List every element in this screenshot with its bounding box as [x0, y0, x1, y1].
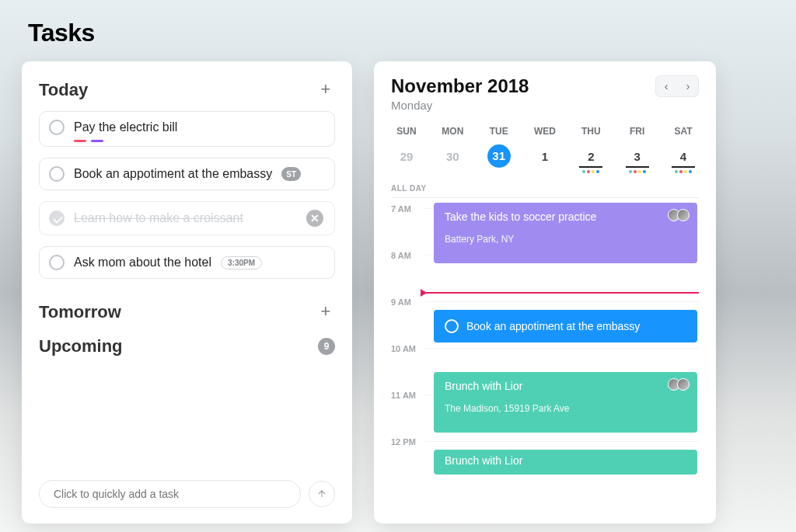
hour-label: 7 AM — [391, 203, 425, 214]
date-cell[interactable]: 29 — [391, 144, 422, 173]
dow-label: SAT — [668, 126, 699, 137]
hour-label: 11 AM — [391, 389, 425, 400]
section-upcoming-header[interactable]: Upcoming 9 — [39, 336, 335, 356]
task-badge: ST — [281, 167, 301, 181]
event-avatars — [671, 209, 690, 221]
task-item[interactable]: Ask mom about the hotel 3:30PM — [39, 246, 335, 279]
date-row: 29 30 31 1 2 3 4 — [391, 144, 699, 173]
dow-row: SUN MON TUE WED THU FRI SAT — [391, 126, 699, 137]
task-text: Learn how to make a croissant — [74, 211, 243, 225]
event-title: Take the kids to soccer practice — [445, 210, 686, 223]
all-day-label: ALL DAY — [391, 184, 427, 193]
task-checkbox[interactable] — [49, 120, 65, 135]
tag-chip — [74, 140, 86, 142]
quick-add-input[interactable] — [39, 480, 301, 508]
task-item[interactable]: Book an appotiment at the embassy ST — [39, 158, 335, 190]
calendar-nav: ‹ › — [655, 75, 699, 97]
dow-label: THU — [575, 126, 606, 137]
date-cell[interactable]: 3 — [622, 144, 653, 173]
hour-label: 12 PM — [391, 436, 425, 447]
upcoming-count-badge: 9 — [318, 338, 335, 355]
section-title-upcoming: Upcoming — [39, 336, 123, 356]
section-today-header: Today + — [39, 80, 335, 100]
date-cell[interactable]: 2 — [575, 144, 606, 173]
event-title: Brunch with Lior — [445, 380, 686, 392]
date-cell[interactable]: 1 — [529, 144, 560, 173]
dow-label: MON — [437, 126, 468, 137]
arrow-up-icon — [316, 489, 327, 499]
calendar-event[interactable]: Brunch with Lior — [434, 450, 697, 475]
hour-label: 10 AM — [391, 342, 425, 353]
task-text: Ask mom about the hotel — [74, 256, 211, 269]
remove-task-button[interactable]: ✕ — [306, 210, 323, 227]
task-item[interactable]: Pay the electric bill — [39, 111, 335, 147]
dow-label: TUE — [484, 126, 515, 137]
prev-week-button[interactable]: ‹ — [658, 78, 675, 95]
section-tomorrow-header: Tomorrow + — [39, 302, 335, 322]
calendar-dayname: Monday — [391, 99, 529, 112]
all-day-row: ALL DAY — [391, 184, 699, 198]
tag-chip — [91, 140, 103, 142]
tasks-panel: Today + Pay the electric bill Book an ap… — [22, 61, 352, 523]
calendar-event[interactable]: Brunch with Lior The Madison, 15919 Park… — [434, 372, 697, 433]
hour-label: 9 AM — [391, 296, 425, 307]
add-task-tomorrow-button[interactable]: + — [316, 303, 335, 322]
timeline: 7 AM 8 AM 9 AM 10 AM 11 AM 12 PM Take th… — [391, 203, 699, 523]
dow-label: WED — [529, 126, 560, 137]
task-text: Book an appotiment at the embassy — [74, 167, 272, 181]
section-title-today: Today — [39, 80, 88, 100]
task-checkbox[interactable] — [49, 210, 65, 226]
calendar-event[interactable]: Take the kids to soccer practice Battery… — [434, 203, 697, 263]
calendar-month: November 2018 — [391, 75, 529, 97]
task-tags — [74, 140, 103, 142]
section-title-tomorrow: Tomorrow — [39, 302, 121, 322]
next-week-button[interactable]: › — [679, 78, 696, 95]
ring-icon — [445, 319, 459, 333]
dow-label: SUN — [391, 126, 422, 137]
task-time-pill: 3:30PM — [221, 256, 262, 269]
quick-add-row — [39, 480, 335, 523]
task-checkbox[interactable] — [49, 166, 65, 182]
task-checkbox[interactable] — [49, 255, 65, 270]
quick-add-submit-button[interactable] — [309, 481, 335, 507]
date-cell[interactable]: 30 — [437, 144, 468, 173]
date-cell-selected[interactable]: 31 — [484, 144, 515, 173]
task-item[interactable]: Learn how to make a croissant ✕ — [39, 201, 335, 235]
date-cell[interactable]: 4 — [668, 144, 699, 173]
dow-label: FRI — [622, 126, 653, 137]
calendar-panel: November 2018 Monday ‹ › SUN MON TUE WED… — [374, 61, 716, 523]
event-location: Battery Park, NY — [445, 234, 686, 245]
event-title: Brunch with Lior — [445, 454, 686, 467]
event-location: The Madison, 15919 Park Ave — [445, 403, 686, 414]
event-avatars — [671, 378, 690, 391]
calendar-event[interactable]: Book an appotiment at the embassy — [434, 310, 697, 342]
event-title: Book an appotiment at the embassy — [466, 320, 640, 332]
add-task-today-button[interactable]: + — [316, 81, 335, 99]
page-title: Tasks — [28, 19, 774, 47]
hour-label: 8 AM — [391, 249, 425, 260]
task-text: Pay the electric bill — [74, 120, 177, 134]
